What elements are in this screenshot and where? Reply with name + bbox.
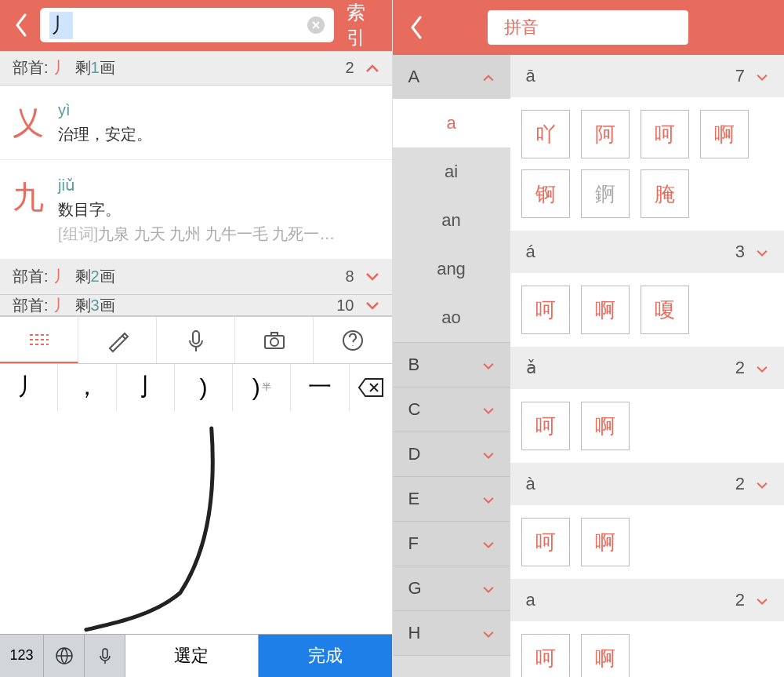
- tone-header[interactable]: a2: [510, 579, 785, 621]
- handwriting-canvas[interactable]: [0, 411, 392, 634]
- letter-group-H[interactable]: H: [393, 611, 510, 655]
- left-header: 丿 索引: [0, 0, 392, 51]
- char-cell[interactable]: 嗄: [641, 286, 689, 334]
- candidate-row: 丿 ， 亅 ) )半 一: [0, 363, 392, 411]
- pinyin-sub-ang[interactable]: ang: [393, 245, 510, 293]
- chevron-down-icon: [756, 474, 768, 494]
- chevron-down-icon: [756, 66, 768, 86]
- char-cell[interactable]: 呵: [641, 110, 689, 158]
- char-cell[interactable]: 呵: [521, 286, 570, 334]
- keyboard-bottom-row: 123 選定 完成: [0, 634, 392, 677]
- back-button[interactable]: [405, 12, 428, 43]
- tone-header[interactable]: á3: [510, 231, 785, 273]
- letter-group-A[interactable]: A: [393, 55, 510, 99]
- character-list[interactable]: ā7吖阿呵啊锕錒腌á3呵啊嗄ǎ2呵啊à2呵啊a2呵啊: [510, 55, 785, 677]
- dictionary-entry[interactable]: 九 jiǔ 数目字。 [组词]九泉 九天 九州 九牛一毛 九死一…: [0, 160, 392, 260]
- entry-meaning: 治理，安定。: [58, 124, 379, 145]
- svg-rect-6: [271, 333, 278, 336]
- letter-group-C[interactable]: C: [393, 388, 510, 431]
- camera-tool[interactable]: [235, 317, 314, 362]
- right-panel: 拼音 部首 笔画 A a ai an ang ao B C D E F G: [393, 0, 785, 677]
- pinyin-sub-a[interactable]: a: [393, 99, 510, 147]
- entry-pinyin: yì: [58, 101, 379, 119]
- mic-tool[interactable]: [157, 317, 235, 362]
- right-header: 拼音 部首 笔画: [393, 0, 785, 55]
- char-cell[interactable]: 腌: [641, 169, 689, 218]
- clear-icon[interactable]: [307, 16, 325, 34]
- index-button[interactable]: 索引: [343, 0, 379, 50]
- input-toolbar: [0, 316, 392, 362]
- delete-key[interactable]: [350, 377, 392, 398]
- tone-header[interactable]: ǎ2: [510, 347, 785, 389]
- radical-group-header[interactable]: 部首: 丿 剩3画 10: [0, 295, 392, 317]
- pencil-tool[interactable]: [78, 317, 157, 362]
- chevron-down-icon: [482, 444, 495, 464]
- letter-group-E[interactable]: E: [393, 477, 510, 521]
- entry-meaning: 数目字。: [58, 199, 379, 220]
- char-cell[interactable]: 啊: [581, 286, 630, 334]
- help-tool[interactable]: [314, 317, 391, 362]
- pinyin-nav[interactable]: A a ai an ang ao B C D E F G H: [393, 55, 510, 677]
- char-cell[interactable]: 吖: [521, 110, 570, 158]
- char-cell[interactable]: 啊: [581, 402, 630, 450]
- pinyin-sub-an[interactable]: an: [393, 196, 510, 245]
- chevron-up-icon: [365, 59, 379, 77]
- candidate[interactable]: 一: [291, 364, 349, 411]
- character-grid: 吖阿呵啊锕錒腌: [510, 97, 785, 231]
- segment-tabs: 拼音 部首 笔画: [488, 10, 688, 45]
- search-value: 丿: [49, 12, 73, 39]
- back-button[interactable]: [12, 9, 31, 41]
- radical-group-header[interactable]: 部首: 丿 剩1画 2: [0, 51, 392, 86]
- globe-key[interactable]: [44, 634, 85, 677]
- letter-group-D[interactable]: D: [393, 432, 510, 476]
- done-key[interactable]: 完成: [259, 634, 392, 677]
- candidate[interactable]: )半: [233, 364, 291, 411]
- chevron-down-icon: [482, 399, 495, 420]
- char-cell[interactable]: 锕: [521, 169, 570, 218]
- letter-group-B[interactable]: B: [393, 343, 510, 387]
- chevron-down-icon: [482, 355, 495, 375]
- entry-zuci: [组词]九泉 九天 九州 九牛一毛 九死一…: [58, 224, 379, 245]
- tone-header[interactable]: ā7: [510, 55, 785, 97]
- char-cell[interactable]: 阿: [581, 110, 630, 158]
- character-grid: 呵啊嗄: [510, 273, 785, 347]
- tab-radical[interactable]: 部首: [555, 11, 622, 44]
- tone-header[interactable]: à2: [510, 463, 785, 505]
- character-grid: 呵啊: [510, 505, 785, 579]
- char-cell[interactable]: 呵: [521, 634, 570, 677]
- mic-key[interactable]: [85, 634, 125, 677]
- select-key[interactable]: 選定: [125, 634, 259, 677]
- list-tool[interactable]: [0, 317, 78, 362]
- letter-group-F[interactable]: F: [393, 522, 510, 566]
- candidate[interactable]: 丿: [0, 364, 58, 411]
- search-input[interactable]: [73, 14, 307, 36]
- char-cell[interactable]: 呵: [521, 518, 570, 566]
- pinyin-sub-ao[interactable]: ao: [393, 293, 510, 342]
- dictionary-entry[interactable]: 乂 yì 治理，安定。: [0, 86, 392, 160]
- tab-pinyin[interactable]: 拼音: [488, 11, 555, 44]
- pinyin-sub-ai[interactable]: ai: [393, 147, 510, 196]
- character-grid: 呵啊: [510, 621, 785, 677]
- candidate[interactable]: ): [175, 364, 233, 411]
- char-cell[interactable]: 呵: [521, 402, 570, 450]
- char-cell[interactable]: 啊: [581, 634, 630, 677]
- radical-group-header[interactable]: 部首: 丿 剩2画 8: [0, 260, 392, 294]
- char-cell[interactable]: 啊: [700, 110, 749, 158]
- svg-rect-9: [103, 649, 107, 658]
- numeric-key[interactable]: 123: [0, 634, 44, 677]
- char-cell[interactable]: 啊: [581, 518, 630, 566]
- char-cell[interactable]: 錒: [581, 169, 630, 218]
- entry-char: 九: [13, 176, 50, 245]
- candidate[interactable]: ，: [58, 364, 116, 411]
- chevron-down-icon: [756, 358, 768, 378]
- left-panel: 丿 索引 部首: 丿 剩1画 2 乂 yì 治理，安定。 九 jiǔ 数目字。 …: [0, 0, 393, 677]
- candidate[interactable]: 亅: [117, 364, 175, 411]
- letter-group-G[interactable]: G: [393, 566, 510, 610]
- chevron-down-icon: [365, 268, 379, 286]
- pinyin-body: A a ai an ang ao B C D E F G H ā7吖阿呵啊锕錒腌…: [393, 55, 785, 677]
- chevron-down-icon: [365, 297, 379, 315]
- chevron-down-icon: [482, 623, 495, 643]
- tab-stroke[interactable]: 笔画: [622, 11, 688, 44]
- search-box[interactable]: 丿: [40, 8, 334, 42]
- entry-char: 乂: [13, 101, 50, 145]
